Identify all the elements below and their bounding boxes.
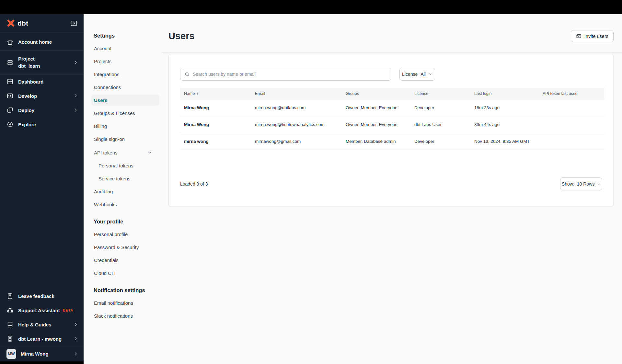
sidebar-item-leave-feedback[interactable]: Leave feedback: [0, 289, 84, 303]
sidebar-item-project[interactable]: Project dbt_learn: [0, 51, 84, 74]
sidebar-item-label: Develop: [18, 93, 37, 99]
search-input[interactable]: [193, 72, 387, 77]
cell-name: Mirna Wong: [180, 105, 251, 110]
chevron-right-icon: [73, 60, 78, 65]
rows-per-page-dropdown[interactable]: Show: 10 Rows: [560, 177, 602, 190]
settings-nav-item-credentials[interactable]: Credentials: [91, 255, 159, 266]
nav-label: Integrations: [94, 72, 119, 77]
license-filter-value: All: [420, 72, 426, 77]
home-icon: [6, 39, 14, 46]
column-header-license[interactable]: License: [410, 91, 470, 96]
settings-nav-item-groups-licenses[interactable]: Groups & Licenses: [91, 108, 159, 119]
nav-label: Users: [94, 97, 108, 103]
notification-section-title: Notification settings: [94, 286, 162, 294]
show-label: Show:: [562, 181, 574, 187]
column-header-groups[interactable]: Groups: [342, 91, 410, 96]
beta-badge: BETA: [63, 308, 73, 312]
page-title: Users: [168, 31, 195, 41]
dbt-logo-icon: [6, 19, 15, 28]
main-area: Users Invite users License A: [162, 14, 622, 364]
chevron-right-icon: [73, 336, 78, 341]
settings-nav-item-cloud-cli[interactable]: Cloud CLI: [91, 267, 159, 279]
dashboard-grid-icon: [6, 78, 14, 85]
settings-nav-item-service-tokens[interactable]: Service tokens: [91, 173, 159, 184]
clipboard-icon: [6, 292, 14, 300]
nav-label: Single sign-on: [94, 136, 125, 142]
nav-label: Personal profile: [94, 232, 128, 237]
sidebar-item-label: Deploy: [18, 108, 34, 113]
settings-nav-item-users[interactable]: Users: [91, 95, 159, 106]
table-row[interactable]: mirna wong mirnawong@gmail.com Member, D…: [180, 133, 604, 150]
column-header-name[interactable]: Name ↑: [180, 91, 251, 96]
sidebar-item-support-assistant[interactable]: Support Assistant BETA: [0, 303, 84, 317]
sidebar-collapse-button[interactable]: [70, 19, 78, 27]
profile-section-title: Your profile: [94, 218, 162, 225]
sidebar-bottom-strip: [0, 361, 84, 364]
settings-nav-item-connections[interactable]: Connections: [91, 82, 159, 93]
table-row[interactable]: Mirna Wong mirna.wong@fishtownanalytics.…: [180, 116, 604, 133]
cell-last-login: 33m 44s ago: [470, 122, 539, 127]
sidebar-item-dbt-learn-account[interactable]: dbt Learn - mwong: [0, 332, 84, 346]
building-icon: [6, 335, 14, 342]
show-value: 10 Rows: [577, 181, 594, 187]
table-header-row: Name ↑ Email Groups License Last login A…: [180, 88, 604, 99]
settings-nav-item-password-security[interactable]: Password & Security: [91, 242, 159, 253]
users-table: Name ↑ Email Groups License Last login A…: [180, 88, 604, 150]
settings-nav-item-api-tokens[interactable]: API tokens: [91, 147, 159, 158]
column-header-email[interactable]: Email: [251, 91, 342, 96]
invite-users-button[interactable]: Invite users: [571, 30, 614, 42]
nav-label: Projects: [94, 59, 111, 64]
settings-nav-title: Settings: [94, 32, 162, 40]
nav-label: Webhooks: [94, 202, 117, 207]
code-window-icon: [6, 92, 14, 99]
nav-label: Groups & Licenses: [94, 110, 135, 116]
sidebar-item-explore[interactable]: Explore: [0, 117, 84, 131]
license-filter-dropdown[interactable]: License All: [399, 68, 435, 81]
nav-label: Connections: [94, 85, 121, 90]
loaded-status: Loaded 3 of 3: [180, 181, 208, 187]
sidebar-item-label: Leave feedback: [18, 293, 54, 299]
table-row[interactable]: Mirna Wong mirna.wong@dbtlabs.com Owner,…: [180, 99, 604, 116]
sidebar-user-menu[interactable]: MW Mirna Wong: [0, 346, 84, 361]
column-header-last-login[interactable]: Last login: [470, 91, 539, 96]
license-filter-label: License: [402, 72, 418, 77]
cell-email: mirna.wong@dbtlabs.com: [251, 105, 342, 110]
settings-nav-item-webhooks[interactable]: Webhooks: [91, 199, 159, 210]
settings-nav-item-audit-log[interactable]: Audit log: [91, 186, 159, 197]
header-label: Name: [184, 91, 195, 96]
sidebar-item-account-home[interactable]: Account home: [0, 34, 84, 51]
sidebar-item-help-guides[interactable]: Help & Guides: [0, 317, 84, 332]
column-header-api-token[interactable]: API token last used: [539, 91, 604, 96]
book-icon: [6, 321, 14, 328]
settings-nav-item-slack-notifications[interactable]: Slack notifications: [91, 310, 159, 321]
cell-license: Developer: [410, 139, 470, 144]
invite-users-label: Invite users: [584, 34, 608, 39]
settings-nav-item-billing[interactable]: Billing: [91, 120, 159, 131]
chevron-down-icon: [597, 182, 601, 186]
sidebar-item-label: dbt Learn - mwong: [18, 336, 62, 342]
user-name: Mirna Wong: [21, 351, 49, 357]
settings-nav-item-integrations[interactable]: Integrations: [91, 69, 159, 80]
settings-nav-item-personal-profile[interactable]: Personal profile: [91, 229, 159, 240]
nav-label: Personal tokens: [98, 163, 133, 168]
sidebar-item-label: Project: [18, 55, 40, 63]
header-label: License: [414, 91, 428, 96]
cell-license: dbt Labs User: [410, 122, 470, 127]
chevron-right-icon: [73, 108, 78, 113]
header-label: API token last used: [543, 91, 578, 96]
search-icon: [184, 72, 190, 77]
sidebar-item-dashboard[interactable]: Dashboard: [0, 74, 84, 89]
sidebar: dbt Account home Project dbt_: [0, 14, 84, 364]
settings-nav-item-single-sign-on[interactable]: Single sign-on: [91, 133, 159, 144]
nav-label: Service tokens: [98, 176, 130, 181]
project-box-icon: [6, 59, 14, 66]
chevron-down-icon: [429, 72, 432, 76]
sidebar-item-deploy[interactable]: Deploy: [0, 103, 84, 117]
deploy-windows-icon: [6, 107, 14, 114]
settings-nav-item-personal-tokens[interactable]: Personal tokens: [91, 160, 159, 171]
sidebar-item-develop[interactable]: Develop: [0, 89, 84, 103]
users-card: License All Name ↑ Email Groups License …: [168, 54, 614, 206]
settings-nav-item-email-notifications[interactable]: Email notifications: [91, 297, 159, 308]
settings-nav-item-account[interactable]: Account: [91, 43, 159, 54]
settings-nav-item-projects[interactable]: Projects: [91, 56, 159, 67]
